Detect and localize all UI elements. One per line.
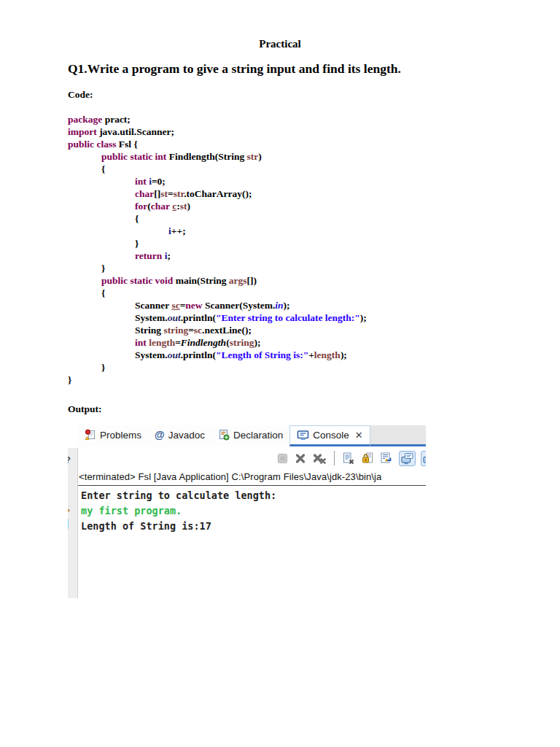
tab-label: Declaration <box>233 430 283 441</box>
document-page: Practical Q1.Write a program to give a s… <box>0 0 560 747</box>
output-label: Output: <box>68 403 102 415</box>
code-line: char[]st=str.toCharArray(); <box>68 187 367 200</box>
question-heading: Q1.Write a program to give a string inpu… <box>68 61 401 77</box>
code-line: int length=Findlength(string); <box>68 336 367 349</box>
code-line: for(char c:st) <box>68 200 367 212</box>
code-line: } <box>68 262 367 274</box>
bracket-icon-fragment: ] <box>68 516 69 529</box>
javadoc-icon: @ <box>155 429 165 441</box>
code-block: package pract;import java.util.Scanner;p… <box>68 113 367 386</box>
code-line: public static void main(String args[]) <box>68 274 367 287</box>
console-output-line: my first program. <box>81 503 426 519</box>
code-line: } <box>68 237 367 249</box>
terminated-status-line: <terminated> Fsl [Java Application] C:\P… <box>78 470 426 486</box>
tab-problems[interactable]: Problems <box>78 425 148 446</box>
console-output-area[interactable]: Enter string to calculate length:my firs… <box>78 486 426 534</box>
console-output-line: Length of String is:17 <box>81 519 426 534</box>
scroll-lock-icon[interactable] <box>360 452 374 465</box>
tab-label: Javadoc <box>168 430 205 441</box>
code-line: } <box>68 374 367 386</box>
code-line: { <box>68 212 367 225</box>
clear-console-icon[interactable] <box>341 452 355 465</box>
console-output-line: Enter string to calculate length: <box>81 488 426 503</box>
code-line: i++; <box>68 225 367 237</box>
chevron-fragment: > <box>68 506 70 516</box>
console-icon <box>297 430 309 441</box>
pin-console-icon[interactable] <box>399 451 416 466</box>
terminate-icon <box>276 452 289 465</box>
word-wrap-icon[interactable] <box>379 452 394 465</box>
console-left-gutter: ?>] <box>68 425 78 598</box>
console-view: Problems@JavadocDeclarationConsole✕ <ter… <box>78 425 426 598</box>
problems-icon <box>85 429 96 441</box>
code-line: String string=sc.nextLine(); <box>68 324 367 336</box>
console-toolbar <box>78 446 426 470</box>
code-line: public class Fsl { <box>68 138 367 150</box>
console-tabbar: Problems@JavadocDeclarationConsole✕ <box>78 425 426 446</box>
tab-label: Problems <box>100 430 141 441</box>
code-line: } <box>68 361 367 374</box>
question-mark-fragment: ? <box>68 454 71 465</box>
code-label: Code: <box>68 89 93 101</box>
page-title: Practical <box>0 38 560 50</box>
stderr-console-icon[interactable] <box>421 451 426 466</box>
code-line: System.out.println("Length of String is:… <box>68 349 367 361</box>
declaration-icon <box>218 429 230 441</box>
code-line: { <box>68 163 367 175</box>
code-line: import java.util.Scanner; <box>68 125 367 138</box>
remove-all-terminated-icon[interactable] <box>312 452 327 465</box>
tab-bar-filler <box>370 425 426 446</box>
code-line: Scanner sc=new Scanner(System.in); <box>68 299 367 311</box>
eclipse-console-screenshot: ?>] Problems@JavadocDeclarationConsole✕ … <box>68 425 426 598</box>
toolbar-separator <box>334 451 335 465</box>
tab-console[interactable]: Console✕ <box>289 425 370 446</box>
gutter-strip <box>68 448 78 598</box>
code-line: return i; <box>68 249 367 262</box>
tab-javadoc[interactable]: @Javadoc <box>148 425 211 446</box>
tab-declaration[interactable]: Declaration <box>211 425 289 446</box>
code-line: System.out.println("Enter string to calc… <box>68 311 367 324</box>
code-line: public static int Findlength(String str) <box>68 150 367 163</box>
remove-launch-icon[interactable] <box>294 452 307 465</box>
close-icon[interactable]: ✕ <box>355 430 363 441</box>
code-line: { <box>68 287 367 299</box>
code-line: package pract; <box>68 113 367 125</box>
code-line: int i=0; <box>68 175 367 187</box>
tab-label: Console <box>313 430 349 441</box>
